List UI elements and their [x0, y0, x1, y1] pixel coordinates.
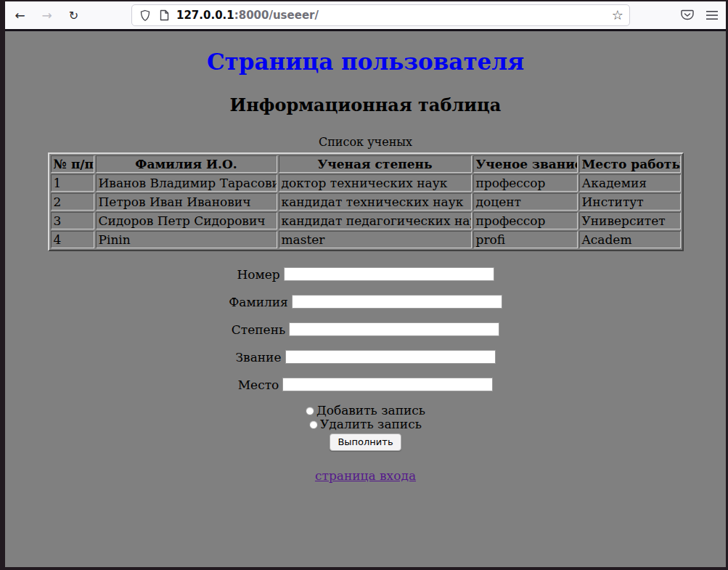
table-cell: кандидат педагогических наук	[279, 212, 472, 229]
column-header: Ученая степень	[279, 155, 472, 173]
url-domain: 127.0.0.1	[176, 9, 234, 22]
delete-record-radio[interactable]	[309, 420, 318, 429]
url-path: :8000/useeer/	[234, 9, 319, 22]
place-field-row: Место	[5, 376, 726, 390]
page-content: Страница пользователя Информационная таб…	[5, 31, 726, 567]
action-radio-group: Добавить записьУдалить запись	[5, 404, 726, 431]
menu-icon[interactable]	[705, 10, 719, 20]
scientists-table: № п/пФамилия И.О.Ученая степеньУченое зв…	[48, 152, 684, 251]
table-row: 3Сидоров Петр Сидоровичкандидат педагоги…	[51, 212, 681, 229]
table-cell: profi	[473, 231, 578, 248]
table-cell: Иванов Владимир Тарасович	[96, 174, 277, 192]
record-form-fields: НомерФамилияСтепеньЗваниеМесто	[5, 266, 726, 390]
table-cell: Academ	[579, 231, 681, 248]
page-subtitle: Информационная таблица	[5, 94, 726, 115]
add-record-radio-row: Добавить запись	[5, 404, 726, 418]
degree-field[interactable]	[289, 322, 499, 336]
browser-toolbar: ← → ↻ 127.0.0.1:8000/useeer/ ☆	[5, 1, 726, 29]
table-cell: 2	[51, 193, 94, 211]
login-page-link[interactable]: страница входа	[315, 468, 416, 483]
record-form: НомерФамилияСтепеньЗваниеМесто Добавить …	[5, 266, 726, 451]
number-field[interactable]	[284, 267, 494, 281]
add-record-radio-label: Добавить запись	[316, 403, 425, 418]
table-cell: доцент	[473, 193, 578, 211]
table-body: 1Иванов Владимир Тарасовичдоктор техниче…	[51, 174, 681, 248]
table-cell: Pinin	[96, 231, 277, 248]
table-cell: Институт	[579, 193, 681, 211]
column-header: Место работы	[579, 155, 681, 173]
bookmark-star-icon[interactable]: ☆	[612, 9, 623, 22]
table-cell: кандидат технических наук	[279, 193, 472, 211]
table-row: 1Иванов Владимир Тарасовичдоктор техниче…	[51, 174, 681, 192]
column-header: № п/п	[51, 155, 94, 173]
table-row: 4PininmasterprofiAcadem	[51, 231, 681, 248]
number-field-row: Номер	[5, 266, 726, 280]
url-text[interactable]: 127.0.0.1:8000/useeer/	[176, 9, 612, 22]
table-cell: профессор	[473, 174, 578, 192]
rank-field[interactable]	[285, 350, 496, 364]
column-header: Фамилия И.О.	[96, 155, 277, 173]
table-header-row: № п/пФамилия И.О.Ученая степеньУченое зв…	[51, 155, 681, 173]
delete-record-radio-label: Удалить запись	[320, 417, 422, 431]
submit-row: Выполнить	[5, 433, 726, 451]
place-field-label: Место	[238, 378, 279, 392]
pocket-icon[interactable]	[681, 9, 694, 21]
table-cell: master	[279, 231, 472, 248]
shield-icon[interactable]	[139, 9, 151, 22]
table-cell: Петров Иван Иванович	[96, 193, 277, 211]
table-cell: Сидоров Петр Сидорович	[96, 212, 277, 229]
back-button[interactable]: ←	[14, 7, 26, 24]
toolbar-right-icons	[681, 9, 726, 21]
surname-field[interactable]	[292, 295, 502, 309]
rank-field-row: Звание	[5, 349, 726, 362]
add-record-radio[interactable]	[306, 407, 314, 415]
reload-button[interactable]: ↻	[68, 7, 80, 24]
table-cell: 1	[51, 174, 94, 192]
surname-field-label: Фамилия	[229, 295, 288, 309]
table-cell: 4	[51, 231, 94, 248]
column-header: Ученое звание	[473, 155, 578, 173]
url-bar[interactable]: 127.0.0.1:8000/useeer/ ☆	[131, 4, 630, 26]
table-cell: доктор технических наук	[279, 174, 472, 192]
delete-record-radio-row: Удалить запись	[5, 418, 726, 431]
page-icon[interactable]	[160, 9, 169, 21]
degree-field-label: Степень	[232, 322, 285, 337]
execute-button[interactable]: Выполнить	[330, 433, 401, 451]
table-row: 2Петров Иван Ивановичкандидат технически…	[51, 193, 681, 211]
surname-field-row: Фамилия	[5, 293, 726, 307]
table-caption: Список ученых	[5, 135, 726, 149]
table-cell: Академия	[579, 174, 681, 192]
number-field-label: Номер	[237, 267, 279, 282]
browser-window: ← → ↻ 127.0.0.1:8000/useeer/ ☆	[5, 1, 726, 567]
rank-field-label: Звание	[235, 350, 281, 365]
table-cell: 3	[51, 212, 94, 229]
table-cell: профессор	[473, 212, 578, 229]
table-header: № п/пФамилия И.О.Ученая степеньУченое зв…	[51, 155, 681, 173]
login-link-row: страница входа	[5, 468, 726, 483]
forward-button[interactable]: →	[41, 7, 53, 24]
degree-field-row: Степень	[5, 321, 726, 335]
page-title: Страница пользователя	[5, 49, 726, 75]
table-cell: Университет	[579, 212, 681, 229]
place-field[interactable]	[282, 378, 493, 391]
